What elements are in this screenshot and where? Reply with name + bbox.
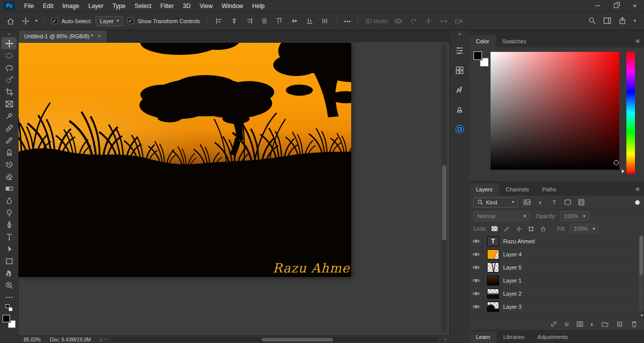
layer-row-razu-ahmed[interactable]: T Razu Ahmed xyxy=(469,235,644,248)
layer-name[interactable]: Razu Ahmed xyxy=(503,238,535,244)
type-tool[interactable] xyxy=(2,231,17,243)
menu-type[interactable]: Type xyxy=(108,0,130,12)
tab-color[interactable]: Color xyxy=(469,35,496,47)
panel-menu-icon[interactable]: ≡ xyxy=(635,186,639,192)
more-align-options-button[interactable]: ••• xyxy=(344,18,352,24)
delete-layer-button[interactable] xyxy=(630,320,638,328)
distribute-h-button[interactable] xyxy=(259,16,270,27)
fill-dropdown[interactable]: 100% ▾ xyxy=(570,224,599,234)
zoom-level[interactable]: 85.03% xyxy=(24,337,41,342)
layer-style-button[interactable]: fx xyxy=(565,321,569,327)
layer-name[interactable]: Layer 3 xyxy=(503,304,522,310)
marquee-tool[interactable] xyxy=(2,49,17,61)
tab-swatches[interactable]: Swatches xyxy=(496,35,533,47)
layer-name[interactable]: Layer 5 xyxy=(503,264,522,270)
3d-pan-button[interactable] xyxy=(423,16,434,27)
layer-thumbnail-text[interactable]: T xyxy=(488,237,499,246)
3d-slide-button[interactable] xyxy=(438,16,449,27)
history-panel-button[interactable] xyxy=(453,44,466,57)
share-button[interactable] xyxy=(618,17,626,26)
hue-slider-marker[interactable] xyxy=(622,169,624,173)
layer-filter-toggle[interactable] xyxy=(635,200,640,205)
new-layer-button[interactable] xyxy=(616,320,623,328)
scroll-right-icon[interactable]: › xyxy=(445,337,446,342)
align-center-h-button[interactable] xyxy=(229,16,240,27)
hand-tool[interactable] xyxy=(2,267,17,279)
align-top-button[interactable] xyxy=(274,16,285,27)
canvas-horizontal-scrollbar[interactable] xyxy=(111,337,437,342)
menu-filter[interactable]: Filter xyxy=(156,0,179,12)
layer-visibility-toggle[interactable] xyxy=(469,235,483,247)
lock-pixels-button[interactable] xyxy=(503,225,511,233)
layer-visibility-toggle[interactable] xyxy=(469,261,483,273)
tool-preset-button[interactable] xyxy=(20,16,31,27)
canvas-image[interactable]: Razu Ahmed xyxy=(19,43,351,277)
3d-roll-button[interactable] xyxy=(408,16,419,27)
healing-brush-tool[interactable] xyxy=(2,122,17,134)
lock-all-button[interactable] xyxy=(539,225,547,233)
tab-adjustments[interactable]: Adjustments xyxy=(531,331,575,343)
toolbar-collapse-icon[interactable]: » xyxy=(8,31,10,37)
minimize-button[interactable] xyxy=(588,0,607,12)
layer-filter-kind-dropdown[interactable]: Kind ▾ xyxy=(473,197,518,208)
workspace-button[interactable] xyxy=(603,17,611,26)
layer-row-layer-4[interactable]: Layer 4 xyxy=(469,248,644,261)
layer-thumbnail[interactable] xyxy=(488,289,499,298)
saturation-brightness-picker[interactable] xyxy=(491,52,619,170)
patterns-panel-button[interactable] xyxy=(453,103,466,116)
3d-camera-button[interactable] xyxy=(453,16,464,27)
layer-list-more-icon[interactable]: ▾ xyxy=(640,313,643,318)
lock-transparency-button[interactable] xyxy=(491,225,499,233)
layer-row-layer-5[interactable]: Layer 5 xyxy=(469,261,644,274)
edit-toolbar-button[interactable] xyxy=(2,291,17,303)
layer-list-scroll-thumb[interactable] xyxy=(639,236,643,275)
swatches-panel-button[interactable] xyxy=(453,63,466,77)
link-layers-button[interactable] xyxy=(550,320,557,328)
default-colors-icon[interactable] xyxy=(5,304,13,311)
menu-window[interactable]: Window xyxy=(217,0,248,12)
expand-panels-icon[interactable]: « xyxy=(458,31,461,37)
tool-preset-caret-icon[interactable]: ▾ xyxy=(35,19,38,23)
add-layer-mask-button[interactable] xyxy=(576,320,584,328)
3d-orbit-button[interactable] xyxy=(393,16,404,27)
layer-name[interactable]: Layer 2 xyxy=(503,291,522,297)
opacity-dropdown[interactable]: 100% ▾ xyxy=(560,211,589,221)
foreground-color-swatch[interactable] xyxy=(473,51,482,60)
layer-name[interactable]: Layer 1 xyxy=(503,278,522,284)
layer-row-layer-2[interactable]: Layer 2 xyxy=(469,287,644,300)
blur-tool[interactable] xyxy=(2,194,17,207)
layer-visibility-toggle[interactable] xyxy=(469,248,483,260)
menu-view[interactable]: View xyxy=(195,0,217,12)
vertical-scroll-thumb[interactable] xyxy=(442,165,446,240)
tab-paths[interactable]: Paths xyxy=(536,183,563,195)
share-caret-icon[interactable]: ▾ xyxy=(633,19,636,23)
layer-thumbnail[interactable] xyxy=(488,250,499,259)
new-group-button[interactable] xyxy=(601,320,609,328)
lock-artboard-button[interactable] xyxy=(527,225,535,233)
eyedropper-tool[interactable] xyxy=(2,110,17,122)
frame-tool[interactable] xyxy=(2,98,17,110)
rectangle-tool[interactable] xyxy=(2,255,17,267)
new-adjustment-layer-button[interactable]: ◐ xyxy=(591,321,594,327)
layer-name[interactable]: Layer 4 xyxy=(503,251,522,257)
menu-file[interactable]: File xyxy=(20,0,38,12)
align-right-button[interactable] xyxy=(244,16,255,27)
restore-button[interactable] xyxy=(607,0,625,12)
scroll-left-icon[interactable]: ‹ xyxy=(105,337,106,342)
clone-stamp-tool[interactable] xyxy=(2,146,17,158)
tab-close-icon[interactable]: × xyxy=(98,33,101,40)
filter-adjustment-layers-button[interactable]: ◐ xyxy=(536,198,545,207)
layer-visibility-toggle[interactable] xyxy=(469,287,483,300)
filter-type-layers-button[interactable]: T xyxy=(550,198,558,207)
move-tool[interactable] xyxy=(2,37,17,49)
menu-image[interactable]: Image xyxy=(58,0,84,12)
filter-shape-layers-button[interactable] xyxy=(564,198,572,207)
layer-thumbnail[interactable] xyxy=(488,263,499,272)
document-tab[interactable]: Untitled-1 @ 85% (RGB/8) * × xyxy=(19,30,107,42)
layer-thumbnail[interactable] xyxy=(488,276,499,285)
tab-learn[interactable]: Learn xyxy=(469,331,497,343)
blend-mode-dropdown[interactable]: Normal ▾ xyxy=(473,211,530,221)
zoom-tool[interactable] xyxy=(2,279,17,291)
align-bottom-button[interactable] xyxy=(304,16,315,27)
layer-list-scrollbar[interactable] xyxy=(639,235,643,311)
